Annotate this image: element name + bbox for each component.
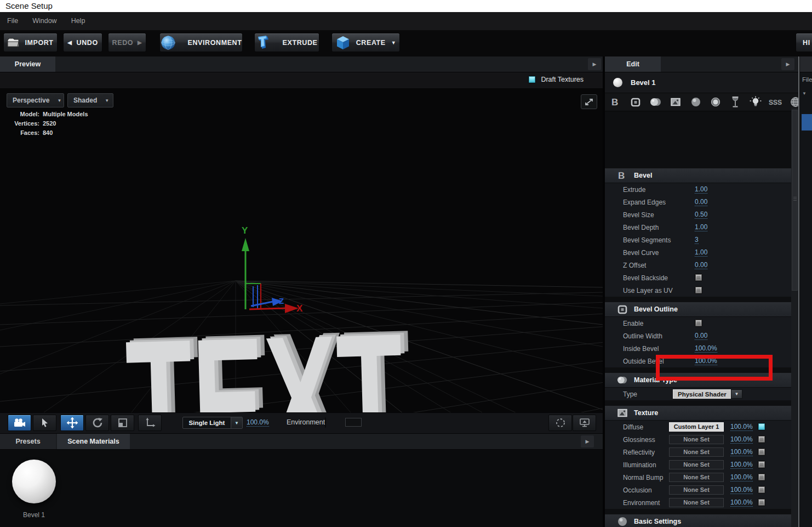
layer-select-button[interactable]: None Set — [669, 435, 724, 444]
property-row-normal-bump: Normal BumpNone Set100.0% — [605, 471, 791, 484]
materials-tabbar-next-icon[interactable]: ▶ — [581, 435, 594, 447]
layer-enable-checkbox[interactable] — [758, 461, 765, 468]
scrollbar-thumb[interactable] — [792, 110, 798, 291]
layer-enable-checkbox[interactable] — [758, 435, 765, 443]
basic-section-icon[interactable] — [689, 95, 702, 109]
selected-item-block[interactable] — [802, 114, 812, 131]
focus-view-button[interactable] — [548, 415, 572, 431]
texture-section-icon[interactable] — [669, 95, 682, 109]
shading-mode-dropdown[interactable]: Shaded ▼ — [67, 93, 113, 107]
bevel-outline-section-icon[interactable] — [629, 95, 642, 109]
property-row-bevel-depth: Bevel Depth1.00 — [605, 221, 791, 234]
property-row-type: TypePhysical Shader▼ — [605, 388, 791, 400]
property-checkbox[interactable] — [695, 319, 702, 327]
chevron-down-icon[interactable]: ▼ — [802, 91, 807, 96]
camera-tool-button[interactable] — [8, 415, 31, 431]
section-header-material-type[interactable]: Material Type — [605, 373, 791, 388]
environment-checkbox[interactable] — [325, 417, 326, 428]
layer-select-button[interactable]: None Set — [669, 460, 724, 469]
create-button[interactable]: CREATE ▼ — [331, 33, 400, 52]
rotate-tool-button[interactable] — [85, 415, 109, 431]
edit-panel-scrollbar[interactable] — [791, 107, 798, 527]
layer-enable-checkbox[interactable] — [758, 473, 765, 481]
layer-percent-value[interactable]: 100.0% — [730, 486, 753, 494]
property-value[interactable]: 0.00 — [695, 332, 707, 340]
environment-button[interactable]: ENVIRONMENT — [159, 33, 243, 52]
preview-monitor-button[interactable] — [573, 415, 596, 431]
redo-button[interactable]: REDO ▶ — [108, 33, 146, 52]
menu-item-file[interactable]: File — [0, 12, 25, 30]
move-tool-button[interactable] — [60, 415, 84, 431]
property-value[interactable]: 0.00 — [695, 198, 707, 206]
property-checkbox[interactable] — [695, 274, 702, 281]
tab-preview[interactable]: Preview — [0, 56, 55, 72]
property-value[interactable]: 3 — [695, 236, 699, 244]
layer-select-button[interactable]: None Set — [669, 498, 724, 507]
glass-section-icon[interactable] — [729, 95, 742, 109]
draft-textures-checkbox[interactable] — [528, 76, 536, 83]
material-type-dropdown[interactable]: Physical Shader▼ — [673, 389, 742, 399]
light-section-icon[interactable] — [749, 95, 762, 109]
menu-item-help[interactable]: Help — [64, 12, 93, 30]
layer-enable-checkbox[interactable] — [758, 486, 765, 494]
layer-percent-value[interactable]: 100.0% — [730, 473, 753, 481]
property-value[interactable]: 100.0% — [695, 344, 717, 353]
axis-tool-button[interactable] — [138, 415, 162, 431]
sss-section-icon[interactable]: SSS — [769, 95, 782, 109]
material-item-bevel1[interactable]: Bevel 1 — [8, 460, 60, 519]
truncated-panel-tab[interactable] — [800, 56, 812, 72]
property-label: Diffuse — [623, 423, 643, 431]
property-value[interactable]: 0.50 — [695, 211, 707, 219]
layer-select-button[interactable]: None Set — [669, 447, 724, 457]
viewport-expand-button[interactable] — [581, 94, 597, 109]
property-label: Bevel Size — [623, 211, 654, 219]
material-section-icon[interactable] — [649, 95, 662, 109]
tab-edit[interactable]: Edit — [605, 56, 661, 72]
layer-enable-checkbox[interactable] — [758, 423, 765, 430]
preview-tabbar-next-icon[interactable]: ▶ — [588, 58, 601, 70]
property-value[interactable]: 1.00 — [695, 248, 707, 257]
layer-percent-value[interactable]: 100.0% — [730, 448, 753, 456]
truncated-right-button[interactable]: HI — [796, 33, 812, 52]
extrude-button[interactable]: EXTRUDE — [254, 33, 319, 52]
layer-select-button[interactable]: None Set — [669, 473, 724, 482]
undo-button[interactable]: ◀ UNDO — [63, 33, 102, 52]
layer-select-button[interactable]: None Set — [669, 485, 724, 495]
section-header-bevel[interactable]: BBevel — [605, 168, 791, 183]
layer-percent-value[interactable]: 100.0% — [730, 498, 753, 507]
layer-percent-value[interactable]: 100.0% — [730, 461, 753, 469]
layer-enable-checkbox[interactable] — [758, 448, 765, 456]
layer-percent-value[interactable]: 100.0% — [730, 423, 753, 431]
section-header-basic[interactable]: Basic Settings — [605, 514, 791, 527]
world-section-icon[interactable] — [789, 95, 799, 109]
select-tool-button[interactable] — [33, 415, 56, 431]
property-value[interactable]: 0.00 — [695, 261, 707, 269]
section-header-texture[interactable]: Texture — [605, 406, 791, 421]
ambient-section-icon[interactable] — [709, 95, 722, 109]
tab-scene-materials[interactable]: Scene Materials — [57, 434, 130, 449]
background-color-swatch[interactable] — [345, 418, 362, 427]
property-label: Z Offset — [623, 262, 646, 269]
truncated-right-panel: File ▼ — [800, 56, 812, 527]
property-value[interactable]: 100.0% — [695, 357, 717, 365]
section-title: Material Type — [634, 376, 677, 384]
viewport-3d[interactable]: TEXT TEXT TEXT Y — [0, 89, 603, 412]
property-checkbox[interactable] — [695, 286, 702, 294]
import-button[interactable]: IMPORT — [3, 33, 58, 52]
light-mode-dropdown[interactable]: Single Light ▼ — [182, 417, 243, 429]
layer-select-button[interactable]: Custom Layer 1 — [669, 422, 724, 432]
edit-tabbar-next-icon[interactable]: ▶ — [781, 58, 794, 70]
property-value[interactable]: 1.00 — [695, 223, 707, 231]
view-mode-dropdown[interactable]: Perspective ▼ — [7, 93, 64, 107]
tab-presets[interactable]: Presets — [0, 434, 56, 449]
layer-percent-value[interactable]: 100.0% — [730, 435, 753, 444]
light-intensity-value[interactable]: 100.0% — [247, 418, 269, 427]
draft-textures-option: Draft Textures — [528, 76, 584, 83]
bevel-section-icon[interactable]: B — [609, 95, 622, 109]
menu-item-window[interactable]: Window — [25, 12, 64, 30]
property-value[interactable]: 1.00 — [695, 185, 707, 194]
section-header-bevel-outline[interactable]: Bevel Outline — [605, 302, 791, 317]
property-label: Extrude — [623, 186, 645, 194]
layer-enable-checkbox[interactable] — [758, 498, 765, 506]
scale-tool-button[interactable] — [111, 415, 134, 431]
